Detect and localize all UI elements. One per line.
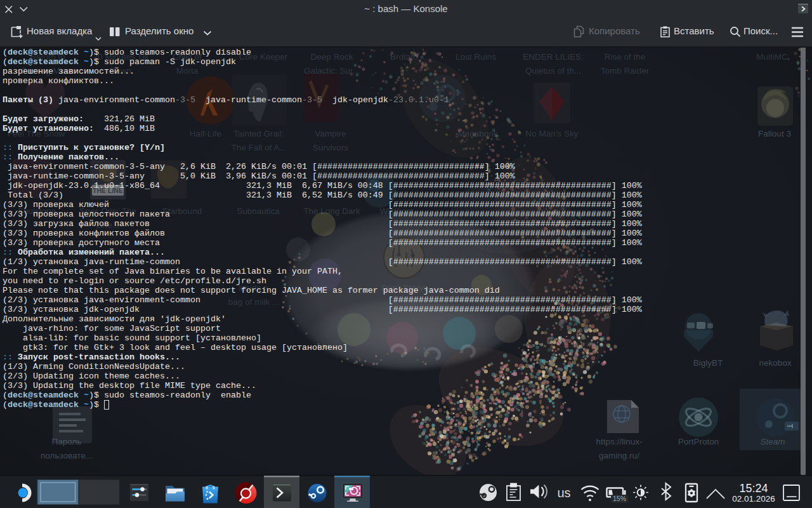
svg-text:15:24: 15:24	[739, 482, 768, 495]
svg-text:us: us	[557, 486, 570, 500]
svg-text:15%: 15%	[613, 495, 626, 502]
svg-text:02.01.2026: 02.01.2026	[732, 494, 775, 504]
